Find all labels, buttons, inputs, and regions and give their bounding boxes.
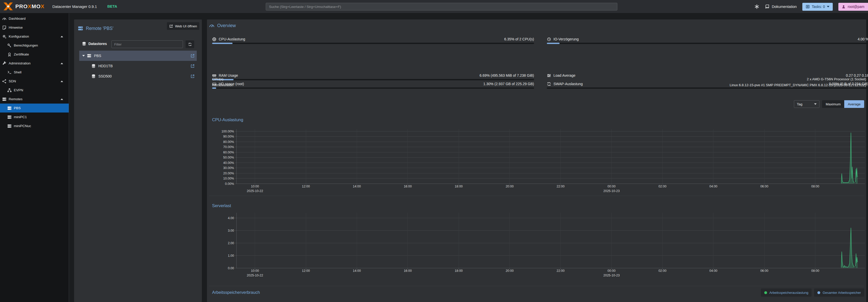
tree-row-hdd1tb[interactable]: HDD1TB	[79, 61, 197, 71]
key-icon	[7, 43, 12, 48]
svg-text:50.00%: 50.00%	[223, 156, 234, 159]
svg-text:20.00%: 20.00%	[223, 172, 234, 175]
svg-text:20:00: 20:00	[506, 185, 514, 188]
collapse-caret-icon	[61, 36, 63, 37]
collapse-caret-icon	[61, 81, 63, 82]
open-webui-button[interactable]: Web UI öffnen	[167, 22, 199, 30]
svg-text:12:00: 12:00	[302, 269, 310, 273]
svg-text:00:00: 00:00	[608, 185, 616, 188]
tasks-button[interactable]: Tasks: 0	[802, 3, 833, 11]
sidebar-item-pbs[interactable]: PBS	[0, 103, 69, 113]
tree-row-pbs[interactable]: PBS	[79, 51, 197, 61]
refresh-icon	[188, 42, 192, 46]
sidebar-item-minipc1[interactable]: miniPC1	[0, 113, 69, 121]
sitemap-icon	[7, 88, 12, 93]
svg-text:04:00: 04:00	[709, 185, 717, 188]
server-icon	[87, 54, 91, 58]
sidebar-item-minipcnuc[interactable]: miniPCNuc	[0, 121, 69, 130]
gauge-cpu: CPU-Auslastung 6.35% of 2 CPU(s)	[212, 36, 534, 44]
external-link-icon[interactable]	[190, 54, 195, 58]
panel-splitter[interactable]	[202, 20, 207, 302]
share-nodes-icon	[2, 79, 7, 84]
maximum-button[interactable]: Maximum	[822, 100, 844, 108]
user-menu-button[interactable]: root@pam	[838, 3, 868, 11]
divider	[209, 286, 864, 286]
gauge-value: 0.27 0.27 0.18	[846, 73, 868, 78]
certificate-icon	[7, 52, 12, 57]
svg-text:02:00: 02:00	[658, 269, 666, 273]
sidebar-item-shell[interactable]: Shell	[0, 68, 69, 77]
svg-text:04:00: 04:00	[709, 269, 717, 273]
topbar: PROXMOX Datacenter Manager 0.9.1 BETA Do…	[0, 0, 868, 13]
legend-item-memory-usage[interactable]: Arbeitsspeicherauslastung	[761, 289, 811, 297]
cpu-chart-title: CPU-Auslastung	[212, 117, 243, 122]
sidebar-item-remotes[interactable]: Remotes	[0, 95, 69, 103]
svg-text:2025-10-22: 2025-10-22	[247, 274, 263, 277]
sidebar-item-dashboard[interactable]: Dashboard	[0, 14, 69, 23]
svg-text:22:00: 22:00	[557, 185, 564, 188]
svg-text:10:00: 10:00	[251, 269, 259, 273]
server-icon	[2, 97, 7, 101]
svg-text:40.00%: 40.00%	[223, 161, 234, 165]
book-icon	[765, 4, 770, 9]
chevron-down-icon	[827, 6, 829, 7]
datastore-tree: PBS HDD1TB SSD500	[79, 51, 197, 81]
timeframe-controls: Tag Maximum Average	[794, 100, 864, 108]
svg-text:20:00: 20:00	[506, 269, 514, 273]
gauge-label: RAM Usage	[219, 73, 238, 78]
svg-text:0.00: 0.00	[228, 267, 234, 270]
datastore-filter-input[interactable]	[112, 40, 183, 48]
progress-bar	[212, 87, 534, 89]
gauge-label: IO-Verzögerung	[554, 37, 579, 41]
clock-icon	[547, 37, 551, 41]
memory-chart-title: Arbeitsspeicherverbrauch	[212, 290, 260, 295]
svg-text:4.00: 4.00	[228, 216, 234, 220]
gauge-value: 6.69% (495.563 MiB of 7.238 GiB)	[479, 73, 534, 78]
sidebar-item-sdn[interactable]: SDN	[0, 77, 69, 86]
datastores-label: Datastores	[82, 41, 107, 46]
svg-text:14:00: 14:00	[353, 185, 361, 188]
external-link-icon	[169, 24, 173, 28]
sidebar-item-konfiguration[interactable]: Konfiguration	[0, 32, 69, 41]
progress-bar	[212, 43, 534, 44]
svg-text:22:00: 22:00	[557, 269, 564, 273]
svg-text:2025-10-22: 2025-10-22	[247, 189, 263, 193]
timeframe-select[interactable]: Tag	[794, 100, 819, 108]
svg-text:00:00: 00:00	[608, 269, 616, 273]
search-input[interactable]	[266, 3, 617, 10]
average-button[interactable]: Average	[844, 100, 864, 108]
collapse-caret-icon	[61, 98, 63, 100]
progress-bar	[547, 87, 868, 89]
svg-text:3.00: 3.00	[228, 229, 234, 233]
divider	[209, 195, 864, 196]
svg-text:80.00%: 80.00%	[223, 140, 234, 144]
external-link-icon[interactable]	[190, 64, 195, 68]
gauge-io: IO-Verzögerung 4.00 %	[547, 36, 868, 44]
overview-title: Overview	[209, 23, 236, 28]
sidebar-item-berechtigungen[interactable]: Berechtigungen	[0, 41, 69, 50]
remote-panel: Remote 'PBS' Web UI öffnen Datastores PB…	[74, 20, 202, 302]
svg-text:100.00%: 100.00%	[221, 130, 234, 133]
memory-icon	[212, 73, 216, 78]
sidebar-item-evpn[interactable]: EVPN	[0, 86, 69, 95]
expand-caret-icon[interactable]	[82, 55, 85, 57]
sidebar-item-hinweise[interactable]: Hinweise	[0, 23, 69, 32]
svg-text:08:00: 08:00	[811, 269, 819, 273]
external-link-icon[interactable]	[190, 74, 195, 79]
svg-text:18:00: 18:00	[455, 269, 463, 273]
chevron-down-icon	[814, 103, 817, 105]
info-label: Kernelversion	[212, 83, 233, 87]
sidebar-item-administration[interactable]: Administration	[0, 59, 69, 68]
svg-text:06:00: 06:00	[761, 269, 768, 273]
svg-text:90.00%: 90.00%	[223, 135, 234, 138]
info-value: 2 x AMD G-T56N Processor (1 Socket)	[807, 77, 866, 81]
refresh-button[interactable]	[186, 40, 194, 48]
theme-asterisk-icon[interactable]	[754, 4, 760, 9]
collapse-caret-icon	[61, 63, 63, 64]
sidebar-item-zertifikate[interactable]: Zertifikate	[0, 50, 69, 59]
documentation-button[interactable]: Dokumentation	[765, 4, 797, 9]
legend-item-total-memory[interactable]: Gesamter Arbeitsspeicher	[814, 289, 864, 297]
tree-row-ssd500[interactable]: SSD500	[79, 71, 197, 81]
database-icon	[82, 41, 86, 46]
load-chart-title: Serverlast	[212, 203, 231, 208]
